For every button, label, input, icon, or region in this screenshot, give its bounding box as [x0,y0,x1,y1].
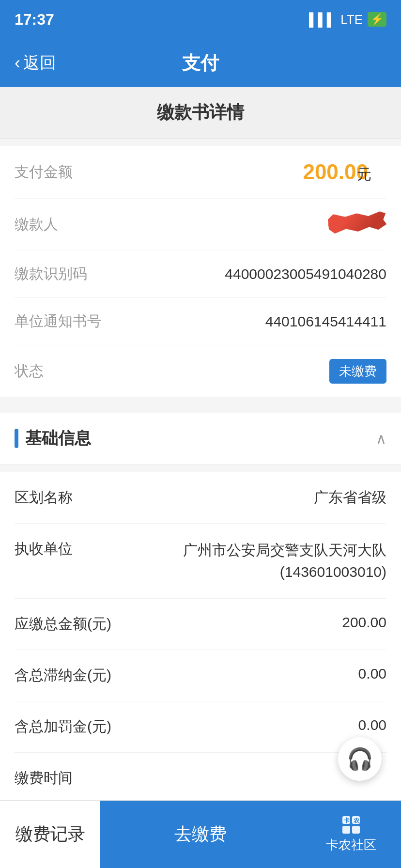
code-row: 缴款识别码 44000023005491040280 [15,250,386,298]
svg-text:卡: 卡 [344,817,350,824]
late-fee-row: 含总滞纳金(元) 0.00 [15,650,386,701]
basic-info-title: 基础信息 [25,427,91,450]
late-fee-label: 含总滞纳金(元) [15,666,111,685]
collapse-icon[interactable]: ∧ [376,430,386,447]
community-logo-icon: 卡 农 [339,815,363,835]
payer-row: 缴款人 [15,199,386,250]
nav-title: 支付 [182,51,219,76]
amount-unit: 元 [357,165,371,185]
unit-label: 执收单位 [15,539,73,559]
pay-time-row: 缴费时间 [15,753,386,804]
community-label: 卡农社区 [326,837,376,853]
pay-button[interactable]: 去缴费 [100,801,301,868]
basic-info-header[interactable]: 基础信息 ∧ [0,413,401,465]
svg-rect-2 [342,826,350,834]
status-time: 17:37 [15,11,54,29]
status-bar: 17:37 ▌▌▌ LTE ⚡ [0,0,401,39]
status-icons: ▌▌▌ LTE ⚡ [309,12,386,27]
total-amount-row: 应缴总金额(元) 200.00 [15,599,386,650]
network-label: LTE [340,12,363,27]
status-row: 状态 未缴费 [15,345,386,397]
district-row: 区划名称 广东省省级 [15,472,386,524]
signal-icon: ▌▌▌ [309,12,336,27]
unit-value: 广州市公安局交警支队天河大队(143601003010) [183,539,386,583]
record-label: 缴费记录 [15,822,85,846]
back-label: 返回 [23,52,56,74]
district-value: 广东省省级 [314,488,386,508]
page-title-bar: 缴款书详情 [0,87,401,139]
help-button[interactable]: 🎧 [338,737,382,781]
nav-bar: ‹ 返回 支付 [0,39,401,87]
svg-rect-3 [352,826,360,834]
community-button[interactable]: 卡 农 卡农社区 [301,801,401,868]
code-value: 44000023005491040280 [225,266,386,282]
record-button[interactable]: 缴费记录 [0,801,100,868]
pay-time-label: 缴费时间 [15,768,73,788]
total-amount-label: 应缴总金额(元) [15,614,111,634]
code-label: 缴款识别码 [15,264,87,284]
amount-container: 200.00 元 [303,160,386,185]
amount-label: 支付金额 [15,162,73,182]
page-title: 缴款书详情 [157,102,244,122]
pay-label: 去缴费 [174,822,227,846]
penalty-value: 0.00 [358,717,386,733]
headset-icon: 🎧 [347,746,373,772]
section-accent-icon [15,429,18,448]
penalty-row: 含总加罚金(元) 0.00 [15,701,386,753]
back-arrow-icon: ‹ [15,53,20,73]
amount-row: 支付金额 200.00 元 [15,146,386,199]
notice-label: 单位通知书号 [15,311,102,331]
notice-row: 单位通知书号 440106145414411 [15,298,386,345]
battery-icon: ⚡ [368,12,386,27]
back-button[interactable]: ‹ 返回 [15,52,56,74]
district-label: 区划名称 [15,488,73,508]
late-fee-value: 0.00 [358,666,386,682]
status-label: 状态 [15,361,44,381]
notice-value: 440106145414411 [265,313,386,330]
total-amount-value: 200.00 [342,614,386,631]
unit-row: 执收单位 广州市公安局交警支队天河大队(143601003010) [15,524,386,599]
payer-label: 缴款人 [15,215,58,234]
bottom-bar: 缴费记录 去缴费 卡 农 卡农社区 [0,800,401,868]
payer-redacted [327,210,387,239]
svg-text:农: 农 [353,817,360,824]
penalty-label: 含总加罚金(元) [15,717,111,737]
amount-value: 200.00 [303,160,353,184]
top-info-section: 支付金额 200.00 元 缴款人 缴款识别码 4400002300549104… [0,146,401,397]
status-badge: 未缴费 [329,359,386,384]
basic-info-header-left: 基础信息 [15,427,91,450]
